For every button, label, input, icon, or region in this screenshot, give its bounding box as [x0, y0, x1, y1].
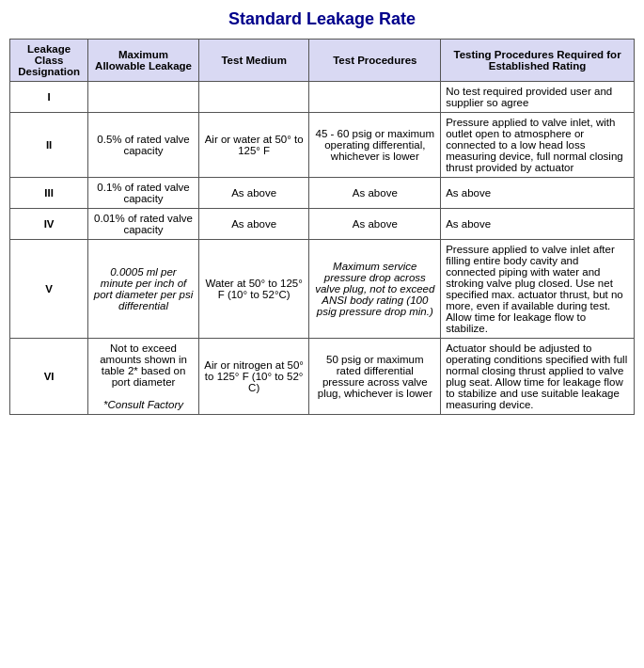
cell-procedures-3: As above — [309, 209, 441, 240]
cell-medium-2: As above — [198, 178, 309, 209]
cell-procedures-2: As above — [309, 178, 441, 209]
cell-class-2: III — [10, 178, 88, 209]
cell-leakage-1: 0.5% of rated valve capacity — [88, 113, 199, 178]
page-title: Standard Leakage Rate — [9, 9, 635, 29]
cell-medium-5: Air or nitrogen at 50° to 125° F (10° to… — [198, 339, 309, 415]
cell-leakage-2: 0.1% of rated valve capacity — [88, 178, 199, 209]
cell-leakage-3: 0.01% of rated valve capacity — [88, 209, 199, 240]
cell-procedures-0 — [309, 82, 441, 113]
header-procedures: Test Procedures — [309, 40, 441, 82]
cell-required-4: Pressure applied to valve inlet after fi… — [441, 240, 635, 339]
cell-medium-3: As above — [198, 209, 309, 240]
cell-leakage-4: 0.0005 ml per minute per inch of port di… — [88, 240, 199, 339]
cell-required-2: As above — [441, 178, 635, 209]
cell-leakage-0 — [88, 82, 199, 113]
leakage-table: Leakage Class Designation Maximum Allowa… — [9, 39, 635, 415]
cell-medium-4: Water at 50° to 125° F (10° to 52°C) — [198, 240, 309, 339]
cell-required-0: No test required provided user and suppl… — [441, 82, 635, 113]
header-required: Testing Procedures Required for Establis… — [441, 40, 635, 82]
cell-class-3: IV — [10, 209, 88, 240]
cell-procedures-5: 50 psig or maximum rated differential pr… — [309, 339, 441, 415]
cell-class-1: II — [10, 113, 88, 178]
cell-procedures-4: Maximum service pressure drop across val… — [309, 240, 441, 339]
cell-required-5: Actuator should be adjusted to operating… — [441, 339, 635, 415]
cell-required-3: As above — [441, 209, 635, 240]
cell-medium-1: Air or water at 50° to 125° F — [198, 113, 309, 178]
cell-leakage-5: Not to exceed amounts shown in table 2* … — [88, 339, 199, 415]
header-medium: Test Medium — [198, 40, 309, 82]
cell-class-0: I — [10, 82, 88, 113]
header-class: Leakage Class Designation — [10, 40, 88, 82]
cell-procedures-1: 45 - 60 psig or maximum operating differ… — [309, 113, 441, 178]
cell-class-5: VI — [10, 339, 88, 415]
cell-required-1: Pressure applied to valve inlet, with ou… — [441, 113, 635, 178]
cell-medium-0 — [198, 82, 309, 113]
header-leakage: Maximum Allowable Leakage — [88, 40, 199, 82]
cell-class-4: V — [10, 240, 88, 339]
